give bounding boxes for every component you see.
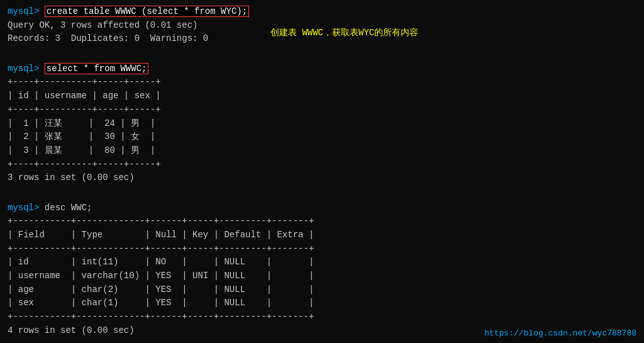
command-block-2: mysql> select * from WWWC; +----+-------…	[8, 62, 636, 185]
footer-link: https://blog.csdn.net/wyc788788	[484, 329, 636, 338]
table2-row4: | sex | char(1) | YES | | NULL | |	[8, 296, 636, 310]
command-block-3: mysql> desc WWC; +-----------+----------…	[8, 201, 636, 338]
table1-row1: | 1 | 汪某 | 24 | 男 |	[8, 117, 636, 131]
spacer1	[8, 48, 636, 62]
annotation: 创建表 WWWC，获取表WYC的所有内容	[270, 26, 418, 40]
table2-border3: +-----------+-------------+------+-----+…	[8, 310, 636, 324]
table1-border1: +----+----------+-----+-----+	[8, 76, 636, 89]
prompt-label-1: mysql>	[8, 6, 39, 16]
table2-header: | Field | Type | Null | Key | Default | …	[8, 228, 636, 242]
table1-header: | id | username | age | sex |	[8, 89, 636, 103]
table2-border2: +-----------+-------------+------+-----+…	[8, 242, 636, 256]
spacer2	[8, 188, 636, 201]
table2-border1: +-----------+-------------+------+-----+…	[8, 215, 636, 228]
prompt-label-2: mysql>	[8, 64, 39, 74]
table1-border2: +----+----------+-----+-----+	[8, 103, 636, 117]
cmd1-text: create table WWWC (select * from WYC);	[45, 6, 249, 17]
cmd3-line: mysql> desc WWC;	[8, 201, 636, 215]
cmd2-text: select * from WWWC;	[45, 63, 149, 74]
table2-row1: | id | int(11) | NO | | NULL | |	[8, 256, 636, 269]
table1-row2: | 2 | 张某 | 30 | 女 |	[8, 130, 636, 144]
cmd2-line: mysql> select * from WWWC;	[8, 62, 636, 76]
prompt-label-3: mysql>	[8, 203, 39, 213]
table1-row3: | 3 | 晨某 | 80 | 男 |	[8, 144, 636, 158]
table1-border3: +----+----------+-----+-----+	[8, 158, 636, 172]
table2-row3: | age | char(2) | YES | | NULL | |	[8, 283, 636, 297]
table2-row2: | username | varchar(10) | YES | UNI | N…	[8, 269, 636, 283]
terminal: mysql> create table WWWC (select * from …	[8, 5, 636, 338]
cmd3-text: desc WWC;	[45, 203, 92, 213]
output2: 3 rows in set (0.00 sec)	[8, 171, 636, 185]
cmd1-line: mysql> create table WWWC (select * from …	[8, 5, 636, 19]
